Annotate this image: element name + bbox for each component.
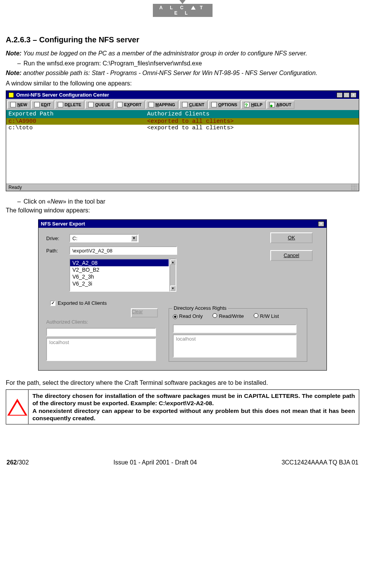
page-footer: 262/302 Issue 01 - April 2001 - Draft 04…	[6, 459, 359, 466]
authorized-clients-label: Authorized Clients:	[46, 319, 162, 325]
rights-client-input[interactable]	[173, 324, 296, 333]
toolbar-mapping[interactable]: MAPPING	[146, 100, 178, 109]
queue-icon	[88, 102, 94, 107]
new-icon	[10, 102, 16, 107]
access-rights-fieldset: Directory Access Rights Read Only Read/W…	[169, 308, 307, 362]
bullet-click-new: –Click on «New» in the tool bar	[17, 198, 359, 205]
note-1: Note: You must be logged on the PC as a …	[6, 50, 359, 58]
section-heading: A.2.6.3 – Configuring the NFS server	[6, 35, 359, 44]
cell-path: c:\toto	[8, 125, 147, 131]
authorized-client-input[interactable]	[46, 328, 156, 336]
mapping-icon	[149, 102, 154, 107]
table-row[interactable]: c:\A9900 <exported to all clients>	[6, 118, 359, 125]
status-text: Ready	[8, 185, 22, 190]
delete-icon	[58, 102, 63, 107]
footer-right: 3CC12424AAAA TQ BJA 01	[281, 459, 358, 466]
toolbar-edit[interactable]: EDIT	[31, 100, 54, 109]
toolbar-queue[interactable]: QUEUE	[85, 100, 113, 109]
status-bar: Ready	[6, 184, 359, 191]
app-icon	[8, 92, 14, 98]
paragraph-3: For the path, select the directory where…	[6, 379, 359, 387]
folder-listbox[interactable]: V2_A2_08 V2_BO_B2 V6_2_3h V6_2_3i	[69, 259, 169, 292]
toolbar-new[interactable]: NEW	[7, 100, 30, 109]
scroll-down-icon[interactable]: ▼	[170, 286, 176, 291]
title-bar: Omni-NFS Server Configuration Center _ □…	[6, 91, 359, 99]
bullet-1-text: Run the wnfsd.exe program: C:\Program_fi…	[23, 60, 202, 67]
paragraph-2: The following window appears:	[6, 207, 359, 215]
note-2-text: another possible path is: Start - Progra…	[23, 70, 317, 76]
radio-read-only[interactable]: Read Only	[173, 313, 203, 319]
paragraph-1: A window similar to the following one ap…	[6, 80, 359, 88]
window-title: NFS Server Export	[41, 221, 85, 227]
clear-button[interactable]: Clear	[131, 308, 158, 317]
note-2-label: Note:	[6, 70, 22, 76]
radio-read-write[interactable]: Read/Write	[213, 313, 244, 319]
warning-box: The directory chosen for installation of…	[6, 389, 359, 425]
logo: A L C T E L	[153, 0, 213, 17]
toolbar-delete[interactable]: DELETE	[55, 100, 84, 109]
rights-client-list[interactable]: localhost	[173, 334, 296, 357]
export-all-checkbox[interactable]: ✓	[50, 301, 55, 306]
export-list[interactable]: c:\A9900 <exported to all clients> c:\to…	[6, 118, 359, 184]
title-bar: NFS Server Export ×	[39, 220, 326, 228]
list-item[interactable]: V2_BO_B2	[70, 266, 169, 273]
warning-line-2: A nonexistent directory can appear to be…	[32, 407, 355, 422]
close-button[interactable]: ×	[318, 221, 324, 227]
ok-button[interactable]: OK	[270, 232, 313, 243]
maximize-button[interactable]: □	[343, 92, 350, 98]
page-number-rest: /302	[17, 459, 29, 466]
note-1-text: You must be logged on the PC as a member…	[23, 50, 307, 57]
toolbar: NEW EDIT DELETE QUEUE EXPORT MAPPING CLI…	[7, 100, 358, 109]
toolbar-options[interactable]: OPTIONS	[208, 100, 241, 109]
list-item[interactable]: V6_2_3h	[70, 273, 169, 280]
cancel-button[interactable]: Cancel	[270, 250, 313, 261]
window-config-center: Omni-NFS Server Configuration Center _ □…	[6, 90, 359, 191]
note-1-label: Note:	[6, 50, 22, 57]
toolbar-export[interactable]: EXPORT	[114, 100, 144, 109]
scroll-up-icon[interactable]: ▲	[170, 259, 176, 265]
cell-path: c:\A9900	[8, 118, 147, 125]
toolbar-client[interactable]: CLIENT	[179, 100, 208, 109]
about-icon: ●	[270, 102, 275, 107]
minimize-button[interactable]: _	[337, 92, 343, 98]
path-label: Path:	[46, 248, 69, 254]
path-input[interactable]: \export\V2_A2_08	[69, 246, 177, 255]
bullet-run-program: –Run the wnfsd.exe program: C:\Program_f…	[17, 60, 359, 67]
chevron-down-icon[interactable]: ▼	[131, 235, 137, 241]
window-title: Omni-NFS Server Configuration Center	[16, 92, 109, 98]
path-value: \export\V2_A2_08	[72, 248, 112, 254]
drive-label: Drive:	[46, 236, 69, 241]
footer-center: Issue 01 - April 2001 - Draft 04	[114, 459, 197, 466]
warning-line-1: The directory chosen for installation of…	[32, 392, 355, 407]
toolbar-about[interactable]: ●ABOUT	[266, 100, 295, 109]
export-icon	[117, 102, 122, 107]
drive-combo[interactable]: C: ▼	[69, 234, 139, 242]
scrollbar[interactable]: ▲ ▼	[169, 259, 176, 292]
page-number-bold: 262	[7, 459, 17, 466]
window-nfs-export: NFS Server Export × OK Cancel Drive: C: …	[38, 219, 327, 371]
authorized-client-list[interactable]: localhost	[46, 338, 156, 361]
list-item[interactable]: V2_A2_08	[70, 259, 169, 266]
toolbar-help[interactable]: ?HELP	[241, 100, 265, 109]
table-row[interactable]: c:\toto <exported to all clients>	[6, 125, 359, 131]
logo-text: A L C T E L	[153, 4, 213, 17]
note-2: Note: another possible path is: Start - …	[6, 69, 359, 77]
export-all-label: Exported to All Clients	[58, 300, 107, 306]
options-icon	[211, 102, 217, 107]
column-authorized-clients: Authorized Clients	[147, 111, 209, 117]
close-button[interactable]: ×	[350, 92, 357, 98]
radio-rw-list[interactable]: R/W List	[254, 313, 279, 319]
cell-auth: <exported to all clients>	[147, 125, 234, 131]
cell-auth: <exported to all clients>	[147, 118, 234, 125]
edit-icon	[34, 102, 40, 107]
drive-value: C:	[72, 236, 77, 241]
warning-triangle-icon	[7, 399, 27, 416]
access-rights-legend: Directory Access Rights	[172, 305, 228, 311]
resize-grip-icon[interactable]	[351, 185, 357, 190]
column-exported-path: Exported Path	[8, 111, 147, 117]
logo-arrow-icon	[179, 0, 186, 4]
help-icon: ?	[244, 102, 249, 107]
list-item[interactable]: V6_2_3i	[70, 280, 169, 287]
client-icon	[182, 102, 188, 107]
column-header: Exported Path Authorized Clients	[6, 110, 359, 118]
